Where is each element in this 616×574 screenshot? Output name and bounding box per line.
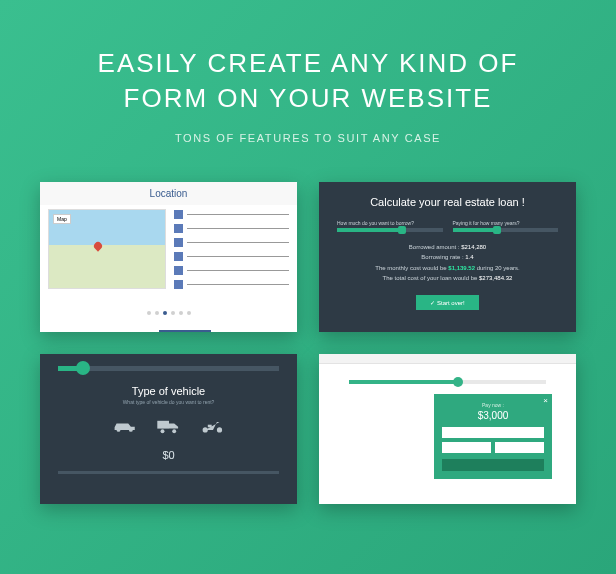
truck-icon[interactable] (156, 417, 182, 439)
example-card-payment: × Pay now : $3,000 (319, 354, 576, 504)
loan-title: Calculate your real estate loan ! (337, 196, 558, 208)
location-fields (166, 209, 289, 293)
field-icon (174, 210, 183, 219)
step-dots (40, 301, 297, 319)
pay-button[interactable] (442, 459, 544, 471)
loan-label-amount: How much do you want to borrow? (337, 220, 443, 226)
close-icon[interactable]: × (543, 396, 548, 405)
svg-point-1 (160, 429, 164, 433)
expiry-input[interactable] (442, 442, 491, 453)
field-icon (174, 238, 183, 247)
loan-label-years: Paying it for how many years? (453, 220, 559, 226)
hero-subtitle: TONS OF FEATURES TO SUIT ANY CASE (30, 132, 586, 144)
example-card-loan: Calculate your real estate loan ! How mu… (319, 182, 576, 332)
hero-title: EASILY CREATE ANY KIND OF FORM ON YOUR W… (30, 46, 586, 116)
map-preview: Map (48, 209, 166, 289)
vehicle-price: $0 (58, 449, 279, 461)
vehicle-subtitle: What type of vehicle do you want to rent… (58, 399, 279, 405)
payment-progress-slider[interactable] (349, 380, 546, 384)
field-icon (174, 280, 183, 289)
svg-point-2 (172, 429, 176, 433)
loan-slider-amount[interactable] (337, 228, 443, 232)
popup-heading: Pay now : (442, 402, 544, 408)
confirm-button[interactable]: ✓ Confirm (159, 330, 211, 332)
loan-results: Borrowed amount : $214,280 Borrowing rat… (337, 242, 558, 283)
startover-button[interactable]: ✓ Start over! (416, 295, 478, 310)
popup-amount: $3,000 (442, 410, 544, 421)
field-icon (174, 266, 183, 275)
card-number-input[interactable] (442, 427, 544, 438)
scooter-icon[interactable] (200, 417, 226, 439)
vehicle-title: Type of vehicle (58, 385, 279, 397)
location-title: Location (40, 182, 297, 205)
field-icon (174, 252, 183, 261)
svg-point-4 (216, 427, 221, 432)
loan-slider-years[interactable] (453, 228, 559, 232)
example-card-location: Location Map ✓ Confirm (40, 182, 297, 332)
vehicle-progress-slider[interactable] (58, 366, 279, 371)
map-tab: Map (53, 214, 71, 224)
car-icon[interactable] (112, 417, 138, 439)
svg-rect-0 (157, 421, 169, 429)
example-card-vehicle: Type of vehicle What type of vehicle do … (40, 354, 297, 504)
cvc-input[interactable] (495, 442, 544, 453)
payment-popup: × Pay now : $3,000 (434, 394, 552, 479)
field-icon (174, 224, 183, 233)
